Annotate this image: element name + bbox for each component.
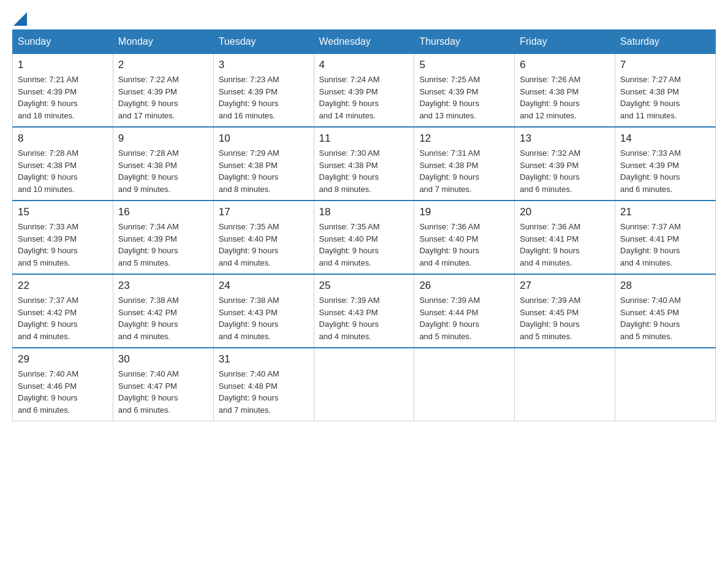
day-number: 29 [18,353,108,366]
day-info: Sunrise: 7:35 AMSunset: 4:40 PMDaylight:… [319,221,409,269]
day-number: 14 [620,132,710,145]
day-info: Sunrise: 7:26 AMSunset: 4:38 PMDaylight:… [520,74,610,121]
calendar-cell: 13Sunrise: 7:32 AMSunset: 4:39 PMDayligh… [515,127,615,201]
calendar-cell: 21Sunrise: 7:37 AMSunset: 4:41 PMDayligh… [615,201,716,274]
calendar-cell: 8Sunrise: 7:28 AMSunset: 4:38 PMDaylight… [13,127,113,201]
day-info: Sunrise: 7:38 AMSunset: 4:43 PMDaylight:… [219,294,309,342]
calendar-cell: 2Sunrise: 7:22 AMSunset: 4:39 PMDaylight… [113,54,213,128]
day-info: Sunrise: 7:40 AMSunset: 4:45 PMDaylight:… [620,294,710,342]
calendar-cell: 4Sunrise: 7:24 AMSunset: 4:39 PMDaylight… [314,54,414,128]
day-info: Sunrise: 7:40 AMSunset: 4:47 PMDaylight:… [118,368,208,416]
day-number: 2 [118,59,208,71]
calendar-cell [515,348,615,421]
day-info: Sunrise: 7:39 AMSunset: 4:44 PMDaylight:… [419,294,509,342]
day-number: 15 [18,206,108,218]
calendar-cell: 28Sunrise: 7:40 AMSunset: 4:45 PMDayligh… [615,274,716,348]
day-info: Sunrise: 7:27 AMSunset: 4:38 PMDaylight:… [620,74,710,121]
weekday-header-thursday: Thursday [414,30,515,54]
calendar-week-row: 22Sunrise: 7:37 AMSunset: 4:42 PMDayligh… [13,274,716,348]
day-number: 10 [219,132,309,145]
day-number: 23 [118,280,208,292]
calendar-cell: 12Sunrise: 7:31 AMSunset: 4:38 PMDayligh… [414,127,515,201]
day-info: Sunrise: 7:22 AMSunset: 4:39 PMDaylight:… [118,74,208,121]
calendar-cell: 27Sunrise: 7:39 AMSunset: 4:45 PMDayligh… [515,274,615,348]
day-number: 30 [118,353,208,366]
day-number: 1 [18,59,108,71]
day-info: Sunrise: 7:24 AMSunset: 4:39 PMDaylight:… [319,74,409,121]
day-info: Sunrise: 7:25 AMSunset: 4:39 PMDaylight:… [419,74,509,121]
day-number: 17 [219,206,309,218]
day-number: 26 [419,280,509,292]
weekday-header-saturday: Saturday [615,30,716,54]
calendar-cell: 11Sunrise: 7:30 AMSunset: 4:38 PMDayligh… [314,127,414,201]
day-info: Sunrise: 7:28 AMSunset: 4:38 PMDaylight:… [18,147,108,195]
calendar-cell: 3Sunrise: 7:23 AMSunset: 4:39 PMDaylight… [213,54,314,128]
weekday-header-tuesday: Tuesday [213,30,314,54]
day-number: 18 [319,206,409,218]
calendar-cell: 10Sunrise: 7:29 AMSunset: 4:38 PMDayligh… [213,127,314,201]
calendar-cell: 9Sunrise: 7:28 AMSunset: 4:38 PMDaylight… [113,127,213,201]
calendar-header: SundayMondayTuesdayWednesdayThursdayFrid… [13,30,716,54]
day-number: 5 [419,59,509,71]
day-info: Sunrise: 7:40 AMSunset: 4:48 PMDaylight:… [219,368,309,416]
day-info: Sunrise: 7:37 AMSunset: 4:41 PMDaylight:… [620,221,710,269]
day-number: 31 [219,353,309,366]
day-number: 24 [219,280,309,292]
day-info: Sunrise: 7:39 AMSunset: 4:43 PMDaylight:… [319,294,409,342]
weekday-header-monday: Monday [113,30,213,54]
day-number: 19 [419,206,509,218]
day-number: 27 [520,280,610,292]
day-number: 22 [18,280,108,292]
calendar-cell: 18Sunrise: 7:35 AMSunset: 4:40 PMDayligh… [314,201,414,274]
calendar-cell: 1Sunrise: 7:21 AMSunset: 4:39 PMDaylight… [13,54,113,128]
weekday-header-friday: Friday [515,30,615,54]
calendar-week-row: 29Sunrise: 7:40 AMSunset: 4:46 PMDayligh… [13,348,716,421]
day-number: 4 [319,59,409,71]
day-number: 25 [319,280,409,292]
calendar-week-row: 1Sunrise: 7:21 AMSunset: 4:39 PMDaylight… [13,54,716,128]
day-number: 16 [118,206,208,218]
calendar-cell: 31Sunrise: 7:40 AMSunset: 4:48 PMDayligh… [213,348,314,421]
calendar-cell: 6Sunrise: 7:26 AMSunset: 4:38 PMDaylight… [515,54,615,128]
day-info: Sunrise: 7:28 AMSunset: 4:38 PMDaylight:… [118,147,208,195]
calendar-week-row: 8Sunrise: 7:28 AMSunset: 4:38 PMDaylight… [13,127,716,201]
calendar-cell: 23Sunrise: 7:38 AMSunset: 4:42 PMDayligh… [113,274,213,348]
calendar-cell: 16Sunrise: 7:34 AMSunset: 4:39 PMDayligh… [113,201,213,274]
calendar-cell: 24Sunrise: 7:38 AMSunset: 4:43 PMDayligh… [213,274,314,348]
day-info: Sunrise: 7:23 AMSunset: 4:39 PMDaylight:… [219,74,309,121]
calendar-cell: 17Sunrise: 7:35 AMSunset: 4:40 PMDayligh… [213,201,314,274]
day-number: 13 [520,132,610,145]
day-info: Sunrise: 7:39 AMSunset: 4:45 PMDaylight:… [520,294,610,342]
day-info: Sunrise: 7:31 AMSunset: 4:38 PMDaylight:… [419,147,509,195]
calendar-cell [314,348,414,421]
day-number: 8 [18,132,108,145]
page-header [12,12,716,23]
day-info: Sunrise: 7:35 AMSunset: 4:40 PMDaylight:… [219,221,309,269]
day-number: 11 [319,132,409,145]
day-info: Sunrise: 7:37 AMSunset: 4:42 PMDaylight:… [18,294,108,342]
calendar-cell: 19Sunrise: 7:36 AMSunset: 4:40 PMDayligh… [414,201,515,274]
svg-marker-0 [13,12,27,26]
calendar-cell: 25Sunrise: 7:39 AMSunset: 4:43 PMDayligh… [314,274,414,348]
calendar-week-row: 15Sunrise: 7:33 AMSunset: 4:39 PMDayligh… [13,201,716,274]
day-number: 6 [520,59,610,71]
calendar-cell [615,348,716,421]
day-number: 21 [620,206,710,218]
logo-triangle-icon [13,12,27,26]
calendar-cell: 29Sunrise: 7:40 AMSunset: 4:46 PMDayligh… [13,348,113,421]
weekday-header-row: SundayMondayTuesdayWednesdayThursdayFrid… [13,30,716,54]
day-info: Sunrise: 7:33 AMSunset: 4:39 PMDaylight:… [18,221,108,269]
day-info: Sunrise: 7:32 AMSunset: 4:39 PMDaylight:… [520,147,610,195]
weekday-header-wednesday: Wednesday [314,30,414,54]
day-number: 12 [419,132,509,145]
calendar-cell: 7Sunrise: 7:27 AMSunset: 4:38 PMDaylight… [615,54,716,128]
calendar-cell: 5Sunrise: 7:25 AMSunset: 4:39 PMDaylight… [414,54,515,128]
calendar-cell: 20Sunrise: 7:36 AMSunset: 4:41 PMDayligh… [515,201,615,274]
day-number: 9 [118,132,208,145]
day-number: 28 [620,280,710,292]
day-info: Sunrise: 7:34 AMSunset: 4:39 PMDaylight:… [118,221,208,269]
day-number: 7 [620,59,710,71]
day-info: Sunrise: 7:21 AMSunset: 4:39 PMDaylight:… [18,74,108,121]
logo [12,12,27,23]
calendar-cell: 14Sunrise: 7:33 AMSunset: 4:39 PMDayligh… [615,127,716,201]
